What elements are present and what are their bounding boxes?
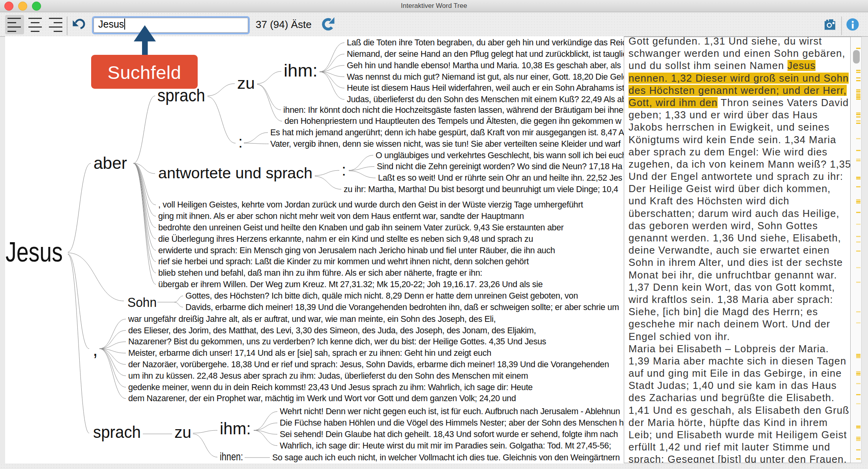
- svg-text:die Überlegung ihres Herzens e: die Überlegung ihres Herzens erkannte, n…: [158, 234, 533, 244]
- svg-text::: :: [238, 133, 243, 151]
- svg-text:bedrohte den unreinen Geist un: bedrohte den unreinen Geist und heilte d…: [158, 223, 564, 232]
- svg-text:zu ihr: Martha, Martha! Du bis: zu ihr: Martha, Martha! Du bist besorgt …: [344, 185, 618, 194]
- svg-text:der Nazoräer, vorübergehe. 18,: der Nazoräer, vorübergehe. 18,38 Und er …: [128, 360, 609, 369]
- svg-text:übergab er ihrem Willen. Der W: übergab er ihrem Willen. Der Weg zum Kre…: [158, 280, 542, 289]
- svg-text:, voll Heiligen Geistes, kehrt: , voll Heiligen Geistes, kehrte vom Jord…: [158, 200, 583, 209]
- svg-text:Die Füchse haben Höhlen und di: Die Füchse haben Höhlen und die Vögel de…: [280, 418, 624, 428]
- svg-text:Nazarener? Bist du gekommen, u: Nazarener? Bist du gekommen, uns zu verd…: [128, 337, 546, 346]
- svg-text:ihnen:: ihnen:: [220, 450, 243, 463]
- svg-text::: :: [342, 161, 346, 179]
- svg-text:war ungefähr dreißig Jahre alt: war ungefähr dreißig Jahre alt, als er a…: [128, 314, 496, 324]
- svg-text:Meister, erbarme dich unser! 1: Meister, erbarme dich unser! 17,14 Und a…: [128, 348, 491, 358]
- svg-text:des Elieser, des Jorim, des Ma: des Elieser, des Jorim, des Matthat, des…: [128, 326, 536, 335]
- svg-text:gedenke meiner, wenn du in dei: gedenke meiner, wenn du in dein Reich ko…: [128, 383, 533, 392]
- svg-text:ihnen: Ihr könnt doch nicht di: ihnen: Ihr könnt doch nicht die Hochzeit…: [283, 105, 624, 115]
- svg-text:Jesus: Jesus: [6, 237, 63, 267]
- svg-text:Sind nicht die Zehn gereinigt: Sind nicht die Zehn gereinigt worden? Wo…: [377, 162, 623, 171]
- svg-text:den Hohenpriestern und Hauptle: den Hohenpriestern und Hauptleuten des T…: [284, 116, 622, 126]
- svg-text:blieb stehen und befahl, daß m: blieb stehen und befahl, daß man ihn zu …: [158, 268, 482, 278]
- svg-text:rief sie herbei und sprach: La: rief sie herbei und sprach: Laßt die Kin…: [158, 257, 529, 266]
- svg-text:dem Nazarener, der ein Prophet: dem Nazarener, der ein Prophet war, mäch…: [128, 394, 516, 403]
- svg-text:Sohn: Sohn: [127, 295, 157, 310]
- svg-text:Heute ist diesem Haus Heil wid: Heute ist diesem Haus Heil widerfahren, …: [347, 83, 624, 93]
- svg-text:zu: zu: [237, 75, 255, 92]
- svg-text:ihm:: ihm:: [220, 419, 251, 438]
- svg-text:aber: aber: [94, 153, 127, 172]
- svg-text:erwiderte und sprach: Ein Mens: erwiderte und sprach: Ein Mensch ging vo…: [158, 246, 555, 255]
- svg-text:Davids, erbarme dich meiner! 1: Davids, erbarme dich meiner! 18,39 Und d…: [185, 303, 619, 312]
- svg-text:Gottes, des Höchsten? Ich bitt: Gottes, des Höchsten? Ich bitte dich, qu…: [185, 291, 578, 301]
- svg-text:Wahrlich, ich sage dir: Heute: Wahrlich, ich sage dir: Heute wirst du m…: [280, 441, 611, 450]
- svg-text:antwortete und sprach: antwortete und sprach: [158, 164, 312, 181]
- svg-text:Laß die Toten ihre Toten begra: Laß die Toten ihre Toten begraben, du ab…: [347, 38, 624, 47]
- svg-text:um ihn zu küssen. 22,48 Jesus: um ihn zu küssen. 22,48 Jesus aber sprac…: [128, 371, 528, 381]
- svg-text:Niemand, der seine Hand an den: Niemand, der seine Hand an den Pflug gel…: [347, 49, 624, 59]
- svg-text:sprach: sprach: [93, 422, 141, 441]
- svg-text:,: ,: [93, 339, 98, 360]
- svg-text:Vater, vergib ihnen, denn sie: Vater, vergib ihnen, denn sie wissen nic…: [270, 139, 621, 149]
- svg-text:ihm:: ihm:: [284, 61, 318, 80]
- svg-text:Sei sehend! Dein Glaube hat di: Sei sehend! Dein Glaube hat dich geheilt…: [280, 430, 618, 439]
- svg-text:Laßt es so weit! Und er rührte: Laßt es so weit! Und er rührte sein Ohr …: [378, 173, 622, 183]
- svg-text:O ungläubiges und verkehrtes G: O ungläubiges und verkehrtes Geschlecht,…: [376, 151, 624, 160]
- svg-text:zu: zu: [174, 424, 191, 441]
- svg-text:Was nennst du mich gut? Nieman: Was nennst du mich gut? Niemand ist gut,…: [347, 72, 624, 82]
- svg-text:Geh hin und handle ebenso! Mar: Geh hin und handle ebenso! Martha und Ma…: [347, 61, 621, 70]
- svg-text:Judas, überlieferst du den Soh: Judas, überlieferst du den Sohn des Mens…: [347, 95, 624, 104]
- svg-text:ging mit ihnen. Als er aber sc: ging mit ihnen. Als er aber schon nicht …: [158, 211, 524, 221]
- svg-text:So sage auch ich euch nicht, i: So sage auch ich euch nicht, in welcher …: [272, 453, 620, 462]
- svg-text:Es hat mich jemand angerührt;: Es hat mich jemand angerührt; denn ich h…: [270, 128, 624, 137]
- svg-text:Wehrt nicht! Denn wer nicht ge: Wehrt nicht! Denn wer nicht gegen euch i…: [280, 407, 620, 416]
